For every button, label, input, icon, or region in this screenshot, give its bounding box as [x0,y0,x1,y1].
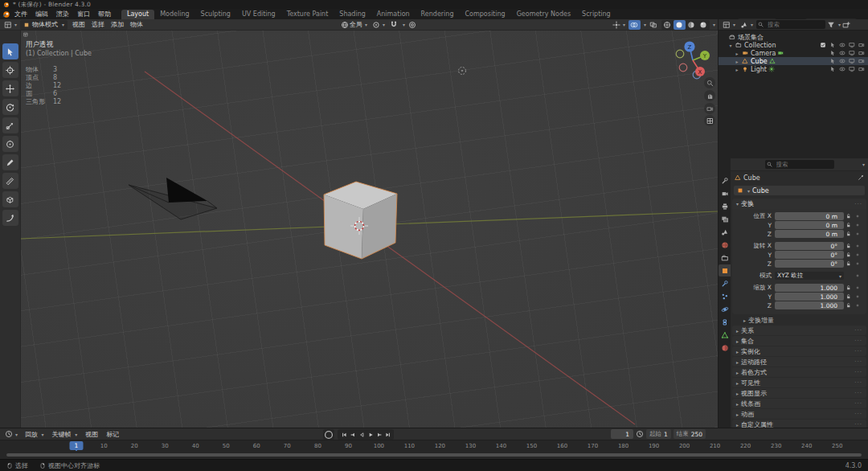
viewport-menu-添加[interactable]: 添加 [108,20,127,29]
next-key-button[interactable] [375,430,383,440]
play-button[interactable] [366,430,375,440]
animate-dot[interactable] [854,294,861,299]
current-frame-field[interactable]: 1 [611,429,633,439]
restrict-camera-small-toggle[interactable] [858,42,866,48]
number-field[interactable]: 0° [775,242,844,250]
light-object[interactable] [459,68,466,75]
panel-drag-dots[interactable]: ··· [854,369,862,375]
exclude-checkbox[interactable] [819,42,827,48]
properties-options-dropdown[interactable]: ▾ [862,162,865,167]
filter-icon[interactable] [827,21,835,29]
viewport-3d[interactable]: 用户透视 (1) Collection | Cube 物体3顶点8边12面6三角… [0,31,718,428]
tool-measure-button[interactable] [2,173,18,189]
tool-select-box-button[interactable] [2,43,18,59]
number-field[interactable]: 0° [775,260,844,268]
animate-dot[interactable] [854,244,861,248]
panel-drag-dots[interactable]: ··· [854,379,862,386]
restrict-pointer-toggle[interactable] [829,50,837,56]
properties-tab-modifiers[interactable] [719,277,731,289]
rotation-mode-dropdown[interactable]: XYZ 欧拉▾ [775,272,844,280]
workspace-tab-Scripting[interactable]: Scripting [576,10,616,19]
number-field[interactable]: 0 m [775,221,844,229]
restrict-monitor-toggle[interactable] [848,58,856,64]
transform-orientation-dropdown[interactable]: 全局 ▾ [339,20,369,30]
zoom-button[interactable] [704,77,715,88]
shading-wireframe-button[interactable] [661,20,674,30]
animate-dot[interactable] [854,252,861,257]
properties-tab-physics[interactable] [719,303,731,315]
restrict-pointer-toggle[interactable] [829,42,837,48]
scrollbar-handle[interactable] [6,453,862,457]
menu-文件[interactable]: 文件 [10,10,31,18]
tool-move-button[interactable] [2,80,18,96]
properties-search-input[interactable] [765,160,834,169]
animate-dot[interactable] [854,273,861,278]
camera-view-button[interactable] [704,103,715,114]
animate-dot[interactable] [854,223,861,227]
panel-动画[interactable]: ▸动画··· [732,409,866,419]
axis-neg-y-ball[interactable] [676,50,684,58]
tool-scale-button[interactable] [2,117,18,133]
tool-extrude-button[interactable] [2,210,18,226]
restrict-pointer-toggle[interactable] [829,66,837,72]
outliner-row-Collection[interactable]: ▾Collection [719,41,868,49]
shading-rendered-button[interactable] [698,20,710,30]
lock-open-icon[interactable] [844,260,854,267]
restrict-monitor-toggle[interactable] [848,50,856,56]
jump-start-button[interactable] [339,430,348,440]
outliner-display-mode-dropdown[interactable]: ▾ [739,20,755,30]
panel-实例化[interactable]: ▸实例化··· [732,346,866,356]
panel-drag-dots[interactable]: ··· [854,400,862,407]
lock-open-icon[interactable] [844,231,854,237]
jump-end-button[interactable] [383,430,392,440]
outliner-row-场景集合[interactable]: 场景集合 [719,33,868,41]
animate-dot[interactable] [854,261,861,266]
overlays-dropdown[interactable]: ▾ [644,22,646,27]
outliner-row-Camera[interactable]: ▸Camera [719,49,868,57]
corner-icon[interactable] [23,31,29,38]
panel-drag-dots[interactable]: ··· [854,327,862,334]
workspace-tab-Shading[interactable]: Shading [334,10,371,19]
timeline-editor-type-button[interactable]: ▾ [3,429,19,439]
restrict-eye-toggle[interactable] [838,66,846,72]
timeline-menu-标记[interactable]: 标记 [102,430,123,439]
viewport-menu-选择[interactable]: 选择 [88,20,108,29]
frame-start-field[interactable]: 起始 1 [646,429,671,439]
properties-tab-object[interactable] [719,264,731,276]
timeline-menu-关键帧[interactable]: 关键帧 ▾ [48,430,82,439]
animate-dot[interactable] [854,214,861,219]
number-field[interactable]: 1.000 [775,293,844,301]
workspace-tab-Layout[interactable]: Layout [121,10,154,19]
number-field[interactable]: 1.000 [775,284,844,292]
xray-toggle[interactable] [648,20,660,30]
properties-tab-render[interactable] [719,187,731,199]
properties-tab-material[interactable] [719,342,731,354]
restrict-eye-toggle[interactable] [838,42,846,48]
axis-neg-x-ball[interactable] [679,63,687,72]
pan-button[interactable] [704,90,715,101]
snap-toggle[interactable] [388,20,399,30]
auto-keying-toggle[interactable] [323,429,334,440]
panel-drag-dots[interactable]: ··· [854,201,862,207]
panel-drag-dots[interactable]: ··· [854,338,862,344]
menu-窗口[interactable]: 窗口 [73,10,94,18]
panel-可见性[interactable]: ▸可见性··· [732,378,866,387]
tool-transform-button[interactable] [2,136,18,152]
frame-end-field[interactable]: 结束 250 [674,429,706,439]
menu-渲染[interactable]: 渲染 [52,10,73,18]
workspace-tab-Sculpting[interactable]: Sculpting [195,10,236,19]
workspace-tab-Geometry Nodes[interactable]: Geometry Nodes [511,10,576,19]
restrict-camera-small-toggle[interactable] [858,50,866,56]
timeline-ruler[interactable]: 1020304050607080901001101201301401501601… [0,440,868,451]
panel-drag-dots[interactable]: ··· [854,421,862,428]
number-field[interactable]: 0° [775,251,844,259]
tool-cursor-button[interactable] [2,62,18,78]
blender-menu-icon[interactable] [2,10,10,18]
panel-自定义属性[interactable]: ▸自定义属性··· [732,420,866,428]
restrict-eye-toggle[interactable] [838,58,846,64]
outliner-search-input[interactable] [756,20,825,29]
expand-toggle[interactable]: ▸ [734,59,740,64]
lock-open-icon[interactable] [844,243,854,249]
animate-dot[interactable] [854,303,861,308]
panel-视图显示[interactable]: ▸视图显示··· [732,388,866,398]
